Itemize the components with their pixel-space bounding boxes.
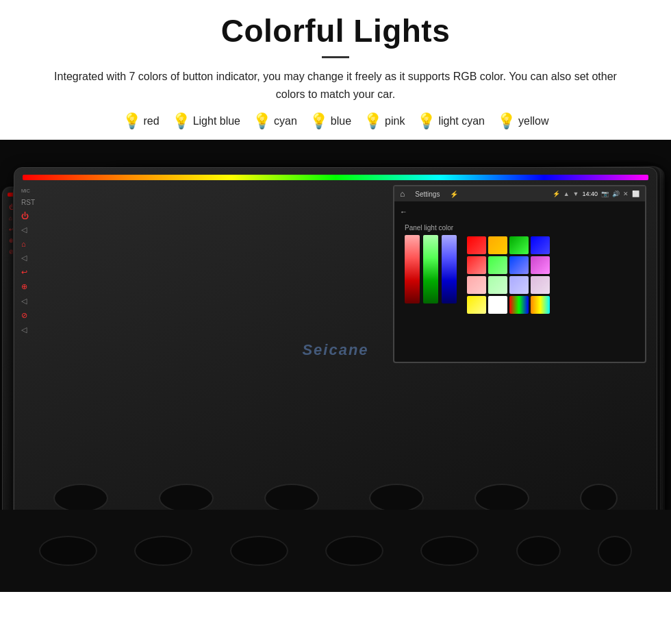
camera-icon: 📷 bbox=[601, 190, 609, 197]
description-text: Integrated with 7 colors of button indic… bbox=[48, 68, 623, 103]
panel-color-content: Panel light color bbox=[394, 221, 645, 317]
left-side-buttons: MIC RST ⏻ ◁ ⌂ ◁ ↩ ⊕ ◁ ⊘ ◁ bbox=[21, 188, 35, 334]
grill-holes bbox=[14, 484, 657, 512]
color-item-yellow: 💡 yellow bbox=[497, 114, 548, 129]
color-label-red: red bbox=[144, 115, 160, 127]
signal-icon: ▼ bbox=[573, 190, 579, 197]
color-labels-row: 💡 red 💡 Light blue 💡 cyan 💡 blue 💡 pink … bbox=[0, 114, 671, 129]
bulb-icon-red: 💡 bbox=[123, 114, 141, 129]
device-stack: ⏻ ⌂ ↩ ⊕ ⊘ ⏻ ⌂ ↩ bbox=[14, 167, 657, 551]
title-divider bbox=[322, 56, 349, 58]
time-display: 14:40 bbox=[582, 190, 598, 197]
panel-color-label: Panel light color bbox=[405, 224, 457, 232]
usb-icon: ⚡ bbox=[450, 190, 458, 198]
bulb-icon-blue: 💡 bbox=[309, 114, 328, 129]
bulb-icon-cyan: 💡 bbox=[253, 114, 271, 129]
wifi-icon: ▲ bbox=[564, 190, 570, 197]
bottom-grill-area bbox=[0, 510, 671, 592]
color-label-lightblue: Light blue bbox=[193, 115, 240, 127]
color-label-pink: pink bbox=[385, 115, 405, 127]
bulb-icon-lightblue: 💡 bbox=[172, 114, 190, 129]
bulb-icon-yellow: 💡 bbox=[497, 114, 516, 129]
bulb-icon-lightcyan: 💡 bbox=[417, 114, 435, 129]
title-section: Colorful Lights Integrated with 7 colors… bbox=[0, 0, 671, 140]
color-item-blue: 💡 blue bbox=[309, 114, 351, 129]
color-item-lightcyan: 💡 light cyan bbox=[417, 114, 485, 129]
color-item-red: 💡 red bbox=[123, 114, 160, 129]
page-container: Colorful Lights Integrated with 7 colors… bbox=[0, 0, 671, 644]
bluetooth-icon: ⚡ bbox=[553, 190, 560, 197]
color-label-yellow: yellow bbox=[518, 115, 548, 127]
main-screen: ⌂ Settings ⚡ ⚡ ▲ ▼ 14:40 📷 🔊 ✕ ⬜ bbox=[393, 185, 646, 363]
settings-label: Settings bbox=[415, 190, 440, 198]
color-label-cyan: cyan bbox=[274, 115, 297, 127]
page-title: Colorful Lights bbox=[0, 12, 671, 49]
close-icon: ✕ bbox=[623, 190, 629, 197]
home-icon: ⌂ bbox=[400, 189, 405, 199]
color-label-blue: blue bbox=[331, 115, 351, 127]
back-arrow[interactable]: ← bbox=[400, 208, 407, 216]
window-icon: ⬜ bbox=[632, 190, 640, 197]
watermark: Seicane bbox=[302, 341, 368, 359]
volume-icon: 🔊 bbox=[612, 190, 620, 197]
main-image-area: ⏻ ⌂ ↩ ⊕ ⊘ ⏻ ⌂ ↩ bbox=[0, 140, 671, 592]
color-item-pink: 💡 pink bbox=[364, 114, 405, 129]
color-label-lightcyan: light cyan bbox=[438, 115, 485, 127]
bulb-icon-pink: 💡 bbox=[364, 114, 382, 129]
color-item-cyan: 💡 cyan bbox=[253, 114, 297, 129]
color-item-lightblue: 💡 Light blue bbox=[172, 114, 240, 129]
